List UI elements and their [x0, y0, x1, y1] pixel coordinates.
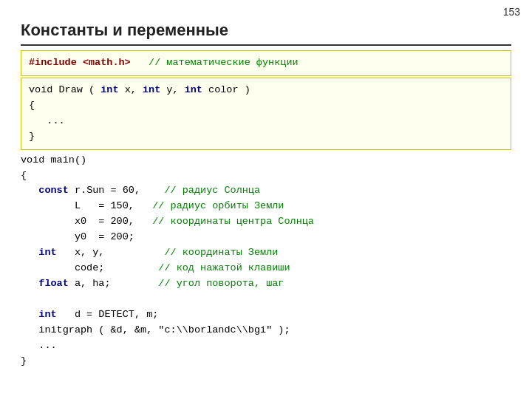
main-line-7: int x, y, // координаты Земли	[21, 245, 511, 261]
main-line-13: ...	[21, 338, 511, 354]
draw-line-1: void Draw ( int x, int y, int color )	[29, 83, 503, 98]
draw-line-2: {	[29, 98, 503, 114]
include-line: #include <math.h> // математические функ…	[29, 55, 503, 71]
main-line-11: int d = DETECT, m;	[21, 307, 511, 323]
draw-function-block: void Draw ( int x, int y, int color ) { …	[21, 78, 511, 150]
main-line-2: {	[21, 168, 511, 184]
draw-line-3: ...	[29, 114, 503, 129]
main-line-1: void main()	[21, 153, 511, 168]
code-area: #include <math.h> // математические функ…	[21, 50, 511, 384]
title-divider	[21, 44, 511, 46]
page-number: 153	[503, 6, 520, 18]
main-line-8: code; // код нажатой клавиши	[21, 261, 511, 276]
main-function-block: void main() { const r.Sun = 60, // радиу…	[21, 153, 511, 369]
main-line-6: y0 = 200;	[21, 230, 511, 245]
main-line-3: const r.Sun = 60, // радиус Солнца	[21, 183, 511, 199]
page-title: Константы и переменные	[21, 21, 228, 40]
main-line-14: }	[21, 354, 511, 369]
main-line-9: float a, ha; // угол поворота, шаг	[21, 276, 511, 292]
main-line-5: x0 = 200, // координаты центра Солнца	[21, 214, 511, 230]
main-line-4: L = 150, // радиус орбиты Земли	[21, 199, 511, 214]
include-block: #include <math.h> // математические функ…	[21, 50, 511, 76]
main-line-10	[21, 292, 511, 307]
main-line-12: initgraph ( &d, &m, "c:\\borlandc\\bgi" …	[21, 323, 511, 338]
draw-line-4: }	[29, 129, 503, 145]
